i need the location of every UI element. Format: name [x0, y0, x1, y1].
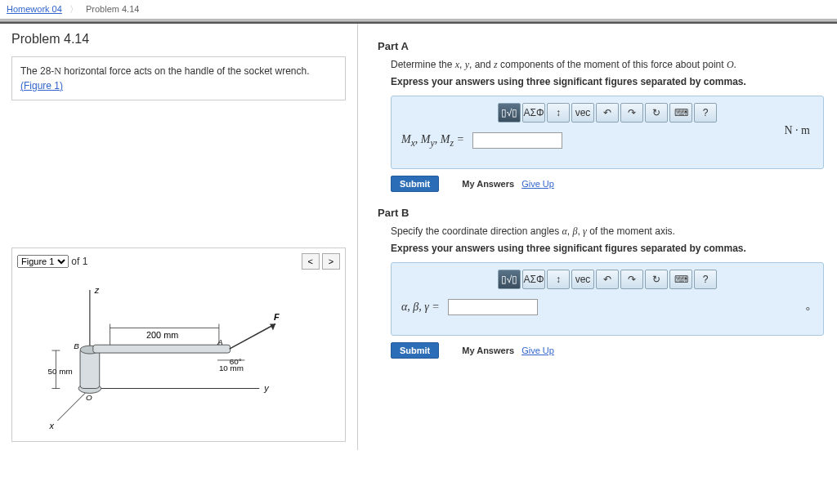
part-a-answer-input[interactable]: [472, 132, 562, 149]
part-a-units: N · m: [785, 124, 811, 137]
problem-title: Problem 4.14: [11, 32, 346, 47]
figure-link[interactable]: (Figure 1): [20, 80, 63, 91]
part-a-answer-box: ▯√▯ ΑΣΦ ↕ vec ↶ ↷ ↻ ⌨ ? Mx, My, Mz = N ·…: [391, 96, 824, 169]
part-b-submit-button[interactable]: Submit: [391, 342, 439, 359]
templates-button[interactable]: ▯√▯: [498, 103, 521, 123]
problem-statement: The 28-N horizontal force acts on the ha…: [11, 56, 346, 100]
svg-text:A: A: [217, 337, 223, 346]
figure-select[interactable]: Figure 1: [17, 255, 69, 268]
svg-text:O: O: [86, 393, 92, 402]
breadcrumb-problem: Problem 4.14: [86, 4, 139, 14]
part-a-giveup-link[interactable]: Give Up: [521, 179, 554, 189]
part-b-header: Part B: [378, 207, 824, 219]
reset-button[interactable]: ↻: [645, 103, 668, 123]
figure-count: of 1: [71, 256, 87, 267]
subsup-button[interactable]: ↕: [547, 270, 570, 289]
templates-button[interactable]: ▯√▯: [498, 270, 521, 289]
greek-button[interactable]: ΑΣΦ: [522, 103, 545, 123]
svg-text:50 mm: 50 mm: [48, 367, 73, 376]
breadcrumb-arrow-icon: 〉: [69, 4, 78, 14]
svg-text:200 mm: 200 mm: [146, 330, 178, 340]
part-b-instruction: Express your answers using three signifi…: [391, 243, 824, 254]
redo-button[interactable]: ↷: [620, 270, 643, 289]
help-button[interactable]: ?: [694, 270, 717, 289]
svg-text:x: x: [49, 421, 55, 430]
part-a-myanswers: My Answers Give Up: [462, 179, 554, 189]
part-b-giveup-link[interactable]: Give Up: [521, 346, 554, 355]
figure-image: z y x F 60° 200 mm: [17, 274, 340, 438]
redo-button[interactable]: ↷: [620, 103, 643, 123]
part-a-prompt: Determine the x, y, and z components of …: [391, 59, 824, 71]
breadcrumb-hw-link[interactable]: Homework 04: [7, 4, 62, 14]
part-a-header: Part A: [378, 40, 824, 52]
part-a-lhs: Mx, My, Mz =: [401, 133, 464, 149]
svg-text:y: y: [263, 383, 269, 393]
part-b-myanswers: My Answers Give Up: [462, 346, 554, 355]
undo-button[interactable]: ↶: [596, 270, 619, 289]
part-b-toolbar: ▯√▯ ΑΣΦ ↕ vec ↶ ↷ ↻ ⌨ ?: [401, 270, 813, 289]
subsup-button[interactable]: ↕: [547, 103, 570, 123]
figure-panel: Figure 1 of 1 < > z y x: [11, 248, 346, 442]
part-b-units: °: [806, 304, 810, 317]
svg-rect-9: [93, 345, 231, 353]
help-button[interactable]: ?: [694, 103, 717, 123]
greek-button[interactable]: ΑΣΦ: [522, 270, 545, 289]
part-a-toolbar: ▯√▯ ΑΣΦ ↕ vec ↶ ↷ ↻ ⌨ ?: [401, 103, 813, 123]
figure-next-button[interactable]: >: [322, 253, 340, 270]
part-a-submit-button[interactable]: Submit: [391, 176, 439, 192]
svg-text:B: B: [74, 341, 79, 350]
svg-text:z: z: [94, 285, 100, 295]
part-b-answer-box: ▯√▯ ΑΣΦ ↕ vec ↶ ↷ ↻ ⌨ ? α, β, γ = °: [391, 262, 824, 336]
figure-prev-button[interactable]: <: [302, 253, 320, 270]
part-b-prompt: Specify the coordinate direction angles …: [391, 225, 824, 238]
svg-line-10: [230, 324, 275, 350]
part-b-answer-input[interactable]: [448, 299, 538, 315]
svg-text:F: F: [274, 312, 280, 322]
vec-button[interactable]: vec: [571, 270, 594, 289]
keyboard-button[interactable]: ⌨: [669, 103, 692, 123]
svg-text:10 mm: 10 mm: [219, 364, 244, 372]
svg-line-4: [57, 389, 90, 421]
undo-button[interactable]: ↶: [596, 103, 619, 123]
breadcrumb: Homework 04 〉 Problem 4.14: [0, 0, 837, 19]
keyboard-button[interactable]: ⌨: [669, 270, 692, 289]
part-b-lhs: α, β, γ =: [401, 301, 440, 314]
vec-button[interactable]: vec: [571, 103, 594, 123]
reset-button[interactable]: ↻: [645, 270, 668, 289]
part-a-instruction: Express your answers using three signifi…: [391, 76, 824, 87]
